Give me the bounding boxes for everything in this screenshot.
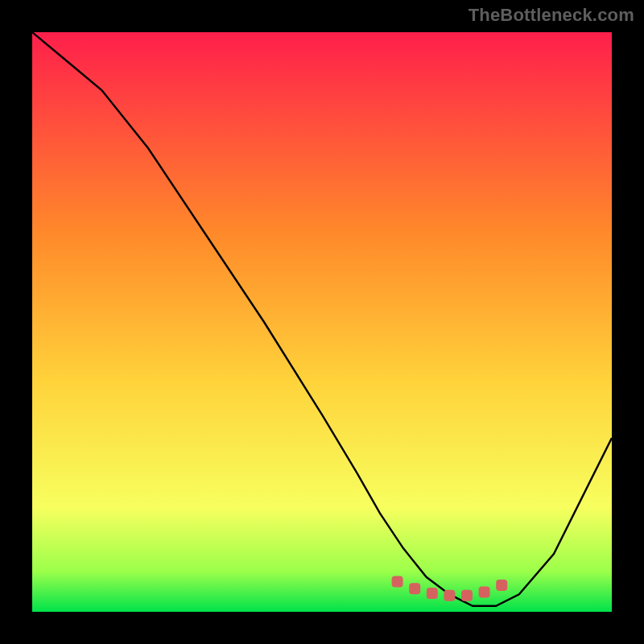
optimal-marker: [461, 590, 473, 601]
optimal-marker: [427, 588, 438, 599]
optimal-marker: [479, 587, 490, 598]
bottleneck-chart: [32, 32, 612, 612]
optimal-marker: [392, 576, 403, 588]
watermark-text: TheBottleneck.com: [469, 5, 634, 26]
plot-area: [32, 32, 612, 612]
gradient-background: [32, 32, 612, 612]
optimal-marker: [409, 583, 420, 594]
chart-frame: TheBottleneck.com: [0, 0, 644, 644]
optimal-marker: [496, 580, 507, 591]
optimal-marker: [444, 590, 455, 601]
